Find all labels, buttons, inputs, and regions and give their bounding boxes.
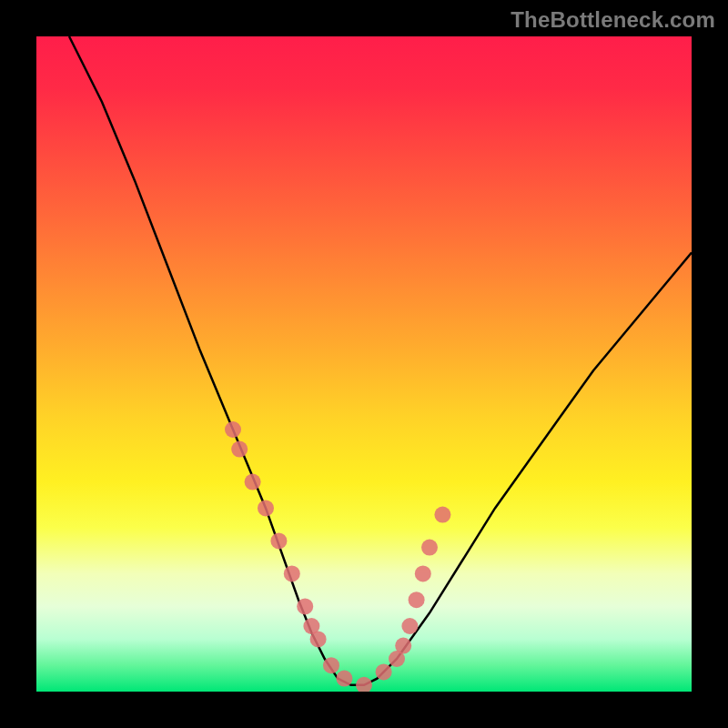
marker-point (231, 441, 248, 458)
marker-point (395, 638, 411, 654)
marker-point (336, 671, 352, 687)
watermark-label: TheBottleneck.com (511, 7, 715, 33)
marker-point (310, 631, 327, 647)
marker-point (225, 421, 241, 438)
marker-point (401, 618, 418, 634)
chart-frame: TheBottleneck.com (0, 0, 728, 728)
marker-point (421, 540, 438, 556)
plot-area (36, 36, 692, 692)
marker-group (225, 421, 450, 692)
marker-point (434, 507, 450, 523)
marker-point (376, 663, 392, 680)
marker-point (284, 565, 300, 581)
marker-point (409, 592, 425, 608)
bottleneck-curve (69, 36, 692, 685)
marker-point (297, 598, 313, 614)
curve-svg (36, 36, 692, 692)
marker-point (270, 532, 287, 549)
marker-point (356, 677, 372, 692)
marker-point (245, 474, 261, 490)
marker-point (323, 657, 339, 673)
marker-point (258, 500, 274, 516)
marker-point (415, 565, 431, 581)
